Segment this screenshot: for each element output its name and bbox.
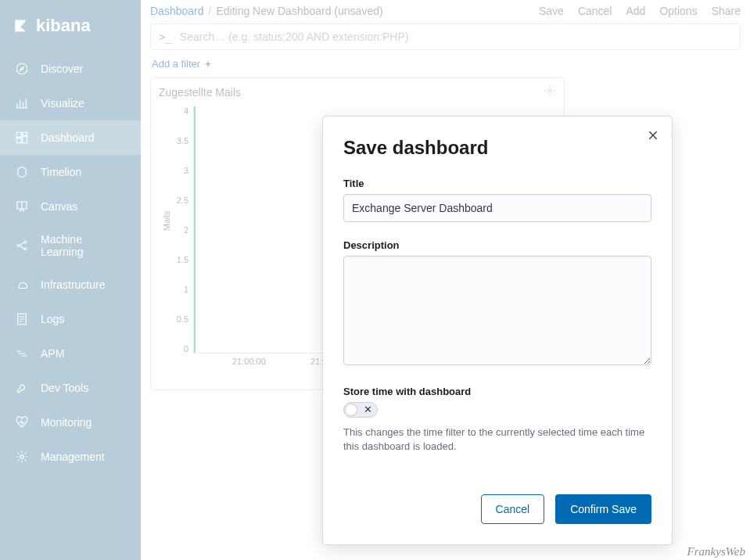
compass-icon bbox=[14, 61, 30, 77]
switch-thumb bbox=[345, 404, 357, 416]
description-textarea[interactable] bbox=[343, 256, 651, 365]
svg-point-10 bbox=[20, 455, 24, 459]
sidebar-item-label: Discover bbox=[41, 63, 83, 75]
sidebar-item-dashboard[interactable]: Dashboard bbox=[0, 120, 141, 155]
svg-point-6 bbox=[17, 245, 20, 247]
top-action-options[interactable]: Options bbox=[659, 5, 697, 17]
top-actions: Save Cancel Add Options Share bbox=[539, 5, 741, 17]
logs-icon bbox=[14, 311, 30, 327]
sidebar-item-label: Visualize bbox=[41, 97, 84, 109]
sidebar-item-logs[interactable]: Logs bbox=[0, 302, 141, 336]
sidebar-item-label: Machine Learning bbox=[41, 233, 127, 258]
cancel-button[interactable]: Cancel bbox=[481, 494, 545, 524]
svg-point-0 bbox=[16, 63, 27, 74]
add-filter-link[interactable]: Add a filter bbox=[152, 58, 200, 70]
y-tick: 1 bbox=[184, 285, 188, 294]
kibana-logo-icon bbox=[13, 18, 28, 34]
store-time-help: This changes the time filter to the curr… bbox=[343, 425, 651, 454]
store-time-label: Store time with dashboard bbox=[343, 386, 651, 397]
plus-icon[interactable]: + bbox=[205, 58, 211, 70]
sidebar-item-visualize[interactable]: Visualize bbox=[0, 86, 141, 120]
wrench-icon bbox=[14, 380, 30, 396]
ml-icon bbox=[14, 238, 30, 253]
title-input[interactable] bbox=[343, 194, 651, 222]
sidebar-item-machine-learning[interactable]: Machine Learning bbox=[0, 224, 141, 267]
description-label: Description bbox=[343, 239, 651, 251]
sidebar-item-apm[interactable]: APM bbox=[0, 336, 141, 371]
y-tick: 3 bbox=[184, 166, 188, 175]
store-time-field-group: Store time with dashboard ✕ This changes… bbox=[343, 386, 651, 454]
modal-actions: Cancel Confirm Save bbox=[343, 494, 651, 524]
sidebar-item-label: Dashboard bbox=[41, 131, 95, 144]
modal-heading: Save dashboard bbox=[343, 137, 651, 159]
y-tick: 4 bbox=[184, 106, 188, 116]
y-tick: 1.5 bbox=[177, 255, 188, 264]
description-field-group: Description bbox=[343, 239, 651, 368]
sidebar-item-management[interactable]: Management bbox=[0, 440, 141, 474]
svg-point-8 bbox=[24, 248, 27, 250]
panel-header: Zugestellte Mails bbox=[151, 78, 564, 106]
sidebar-item-discover[interactable]: Discover bbox=[0, 52, 141, 86]
svg-rect-4 bbox=[16, 138, 21, 143]
breadcrumb-root[interactable]: Dashboard bbox=[150, 5, 204, 17]
svg-rect-1 bbox=[16, 132, 21, 137]
svg-rect-2 bbox=[23, 132, 27, 135]
y-tick: 2 bbox=[184, 225, 188, 235]
save-dashboard-modal: Save dashboard Title Description Store t… bbox=[322, 116, 673, 545]
sidebar-item-canvas[interactable]: Canvas bbox=[0, 189, 141, 224]
sidebar-item-label: Dev Tools bbox=[41, 382, 88, 394]
sidebar-item-label: Management bbox=[41, 451, 105, 463]
filter-row: Add a filter + bbox=[141, 50, 750, 77]
title-label: Title bbox=[343, 178, 651, 189]
switch-off-icon: ✕ bbox=[364, 404, 372, 415]
top-action-save[interactable]: Save bbox=[539, 5, 564, 17]
watermark: FrankysWeb bbox=[687, 545, 745, 558]
sidebar-item-label: Timelion bbox=[41, 166, 81, 178]
sidebar-item-label: Monitoring bbox=[41, 416, 92, 429]
brand-name: kibana bbox=[36, 16, 91, 36]
y-tick: 3.5 bbox=[177, 136, 188, 145]
breadcrumb: Dashboard / Editing New Dashboard (unsav… bbox=[150, 5, 383, 17]
svg-rect-3 bbox=[23, 137, 27, 143]
sidebar-item-timelion[interactable]: Timelion bbox=[0, 155, 141, 189]
y-tick: 0 bbox=[184, 344, 188, 354]
sidebar-item-label: Logs bbox=[41, 313, 64, 325]
svg-point-7 bbox=[24, 241, 27, 243]
top-action-cancel[interactable]: Cancel bbox=[578, 5, 612, 17]
brand[interactable]: kibana bbox=[0, 6, 141, 52]
timelion-icon bbox=[14, 164, 30, 180]
sidebar-item-infrastructure[interactable]: Infrastructure bbox=[0, 267, 141, 302]
barchart-icon bbox=[14, 95, 30, 111]
y-tick: 2.5 bbox=[177, 196, 188, 205]
sidebar-item-label: Canvas bbox=[41, 200, 77, 213]
y-ticks: 4 3.5 3 2.5 2 1.5 1 0.5 0 bbox=[170, 106, 188, 354]
heartbeat-icon bbox=[14, 415, 30, 430]
sidebar-item-dev-tools[interactable]: Dev Tools bbox=[0, 371, 141, 405]
topbar: Dashboard / Editing New Dashboard (unsav… bbox=[141, 0, 750, 17]
breadcrumb-current: Editing New Dashboard (unsaved) bbox=[216, 5, 382, 17]
panel-title: Zugestellte Mails bbox=[159, 86, 241, 99]
top-action-add[interactable]: Add bbox=[626, 5, 645, 17]
search-input[interactable] bbox=[180, 31, 732, 43]
nav: Discover Visualize Dashboard Timelion Ca… bbox=[0, 52, 141, 474]
y-tick: 0.5 bbox=[177, 314, 188, 324]
sidebar-item-monitoring[interactable]: Monitoring bbox=[0, 405, 141, 440]
store-time-toggle[interactable]: ✕ bbox=[343, 402, 378, 418]
top-action-share[interactable]: Share bbox=[712, 5, 741, 17]
svg-point-11 bbox=[548, 89, 551, 92]
close-icon[interactable] bbox=[647, 129, 659, 145]
x-tick: 21:00:00 bbox=[232, 357, 310, 366]
sidebar: kibana Discover Visualize Dashboard Time… bbox=[0, 0, 141, 560]
query-prompt-icon: >_ bbox=[159, 31, 172, 43]
query-bar[interactable]: >_ bbox=[150, 23, 741, 50]
panel-gear-icon[interactable] bbox=[544, 84, 556, 99]
chart-line bbox=[194, 106, 196, 353]
breadcrumb-separator: / bbox=[209, 5, 212, 17]
confirm-save-button[interactable]: Confirm Save bbox=[555, 494, 651, 524]
title-field-group: Title bbox=[343, 178, 651, 222]
dashboard-icon bbox=[14, 130, 30, 145]
canvas-icon bbox=[14, 199, 30, 214]
apm-icon bbox=[14, 346, 30, 361]
sidebar-item-label: Infrastructure bbox=[41, 278, 105, 291]
sidebar-item-label: APM bbox=[41, 347, 64, 360]
